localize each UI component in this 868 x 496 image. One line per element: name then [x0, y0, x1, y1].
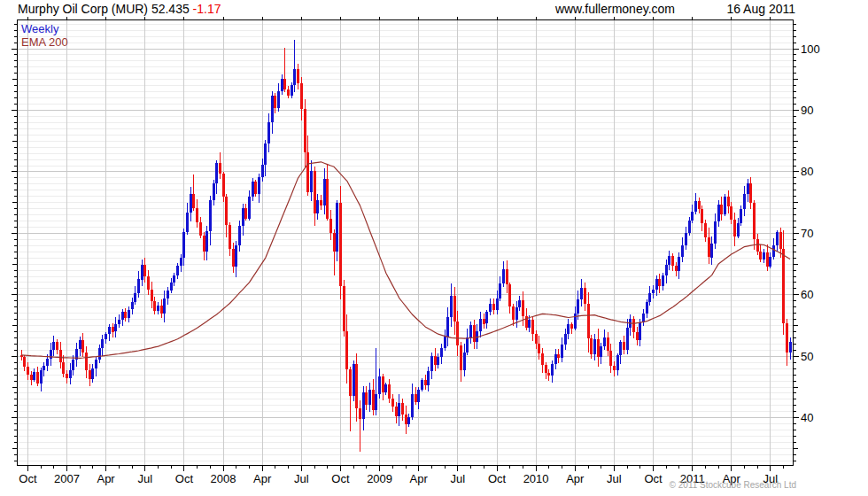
x-axis-label: Apr	[97, 472, 115, 485]
x-axis-label: 2007	[54, 472, 80, 485]
x-axis-label: Jul	[137, 472, 152, 485]
x-axis-label: Jul	[607, 472, 622, 485]
x-axis-label: Jul	[294, 472, 309, 485]
x-axis-label: 2010	[523, 472, 549, 485]
y-axis-label: 90	[801, 104, 813, 117]
x-axis-label: Apr	[566, 472, 585, 485]
copyright-note: © 2011 Stockcube Research Ltd	[670, 480, 796, 490]
y-axis-label: 80	[801, 165, 813, 178]
x-axis-label: Apr	[253, 472, 272, 485]
legend-ema-label: EMA 200	[21, 35, 68, 49]
x-axis-label: 2009	[367, 472, 392, 485]
x-axis-label: Jul	[450, 472, 465, 485]
ema-line	[21, 162, 790, 358]
y-axis-label: 60	[801, 288, 813, 301]
x-axis-label: Oct	[488, 472, 507, 485]
y-axis-label: 100	[801, 43, 820, 56]
y-axis-label: 70	[801, 227, 813, 240]
x-axis-label: 2008	[211, 472, 236, 485]
plot-border	[18, 20, 794, 466]
legend-weekly-label: Weekly	[21, 22, 58, 35]
x-axis-label: Oct	[331, 472, 350, 485]
x-axis-label: Oct	[644, 472, 663, 485]
x-axis-label: Oct	[19, 472, 37, 485]
y-axis-label: 50	[801, 350, 813, 363]
x-axis: Oct2007AprJulOct2008AprJulOct2009AprJulO…	[19, 17, 783, 485]
y-axis-label: 40	[801, 411, 813, 424]
x-axis-label: Oct	[175, 472, 194, 485]
price-chart: 405060708090100Oct2007AprJulOct2008AprJu…	[0, 0, 868, 496]
x-axis-label: Apr	[410, 472, 429, 485]
chart-page: Murphy Oil Corp (MUR) 52.435 -1.17 www.f…	[0, 0, 868, 496]
grid-minor	[17, 24, 794, 461]
